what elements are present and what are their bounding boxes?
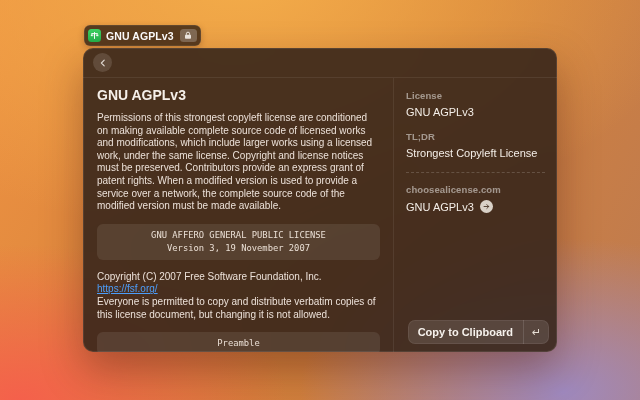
copy-to-clipboard-button[interactable]: Copy to Clipboard ↵ bbox=[408, 320, 549, 344]
source-link-row[interactable]: GNU AGPLv3 bbox=[406, 200, 545, 213]
open-link-icon[interactable] bbox=[480, 200, 493, 213]
source-value: GNU AGPLv3 bbox=[406, 201, 474, 213]
hud-pill: GNU AGPLv3 bbox=[84, 25, 201, 46]
copyright-paragraph: Copyright (C) 2007 Free Software Foundat… bbox=[97, 271, 380, 321]
copyright-text: Copyright (C) 2007 Free Software Foundat… bbox=[97, 271, 324, 282]
sidebar-divider bbox=[406, 172, 545, 173]
license-heading-line2: Version 3, 19 November 2007 bbox=[103, 242, 374, 255]
license-extension-icon bbox=[88, 29, 101, 42]
hud-title: GNU AGPLv3 bbox=[106, 30, 174, 42]
return-key-icon: ↵ bbox=[524, 326, 549, 339]
back-button[interactable] bbox=[93, 53, 112, 72]
preamble-label: Preamble bbox=[103, 337, 374, 350]
license-label: License bbox=[406, 90, 545, 101]
license-title: GNU AGPLv3 bbox=[97, 87, 380, 103]
fsf-link[interactable]: https://fsf.org/ bbox=[97, 283, 158, 294]
tldr-label: TL;DR bbox=[406, 131, 545, 142]
metadata-sidebar: License GNU AGPLv3 TL;DR Strongest Copyl… bbox=[394, 78, 557, 352]
window-body: GNU AGPLv3 Permissions of this strongest… bbox=[83, 78, 557, 352]
license-value: GNU AGPLv3 bbox=[406, 106, 545, 118]
window-header bbox=[83, 48, 557, 78]
license-detail-window: GNU AGPLv3 Permissions of this strongest… bbox=[83, 48, 557, 352]
license-document-pane[interactable]: GNU AGPLv3 Permissions of this strongest… bbox=[83, 78, 394, 352]
tldr-value: Strongest Copyleft License bbox=[406, 147, 545, 159]
copyright-body: Everyone is permitted to copy and distri… bbox=[97, 296, 378, 320]
source-label: choosealicense.com bbox=[406, 184, 545, 195]
license-summary: Permissions of this strongest copyleft l… bbox=[97, 112, 380, 213]
preamble-heading-block: Preamble bbox=[97, 332, 380, 352]
lock-icon bbox=[180, 29, 197, 42]
license-heading-line1: GNU AFFERO GENERAL PUBLIC LICENSE bbox=[103, 229, 374, 242]
license-heading-block: GNU AFFERO GENERAL PUBLIC LICENSE Versio… bbox=[97, 224, 380, 260]
copy-button-label: Copy to Clipboard bbox=[408, 326, 523, 338]
